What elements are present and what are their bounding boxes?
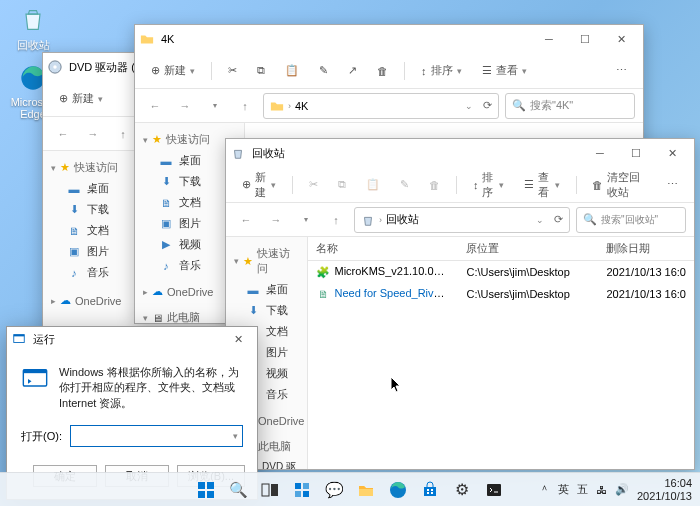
delete-button[interactable]: 🗑 [369,61,396,81]
cut-button[interactable]: ✂ [220,60,245,81]
volume-icon[interactable]: 🔊 [615,483,629,496]
search-button[interactable]: 🔍 [223,475,253,505]
chevron-down-icon[interactable]: ⌄ [536,215,544,225]
recycle-bin-icon [17,4,49,36]
settings-button[interactable]: ⚙ [447,475,477,505]
new-button[interactable]: ⊕新建▾ [51,87,111,110]
chevron-down-icon[interactable]: ▾ [233,431,238,441]
dialog-text: Windows 将根据你所输入的名称，为你打开相应的程序、文件夹、文档或 Int… [59,365,243,411]
terminal-button[interactable] [479,475,509,505]
svg-rect-6 [23,370,46,374]
empty-recycle-button[interactable]: 🗑清空回收站 [584,166,655,204]
refresh-icon[interactable]: ⟳ [483,99,492,112]
close-button[interactable]: ✕ [654,139,690,167]
sidebar-item-desktop[interactable]: ▬桌面 [226,279,307,300]
view-button[interactable]: ☰查看▾ [474,59,535,82]
back-button[interactable]: ← [234,208,258,232]
sort-button[interactable]: ↕排序▾ [465,166,513,204]
copy-button[interactable]: ⧉ [249,60,273,81]
pc-icon: 🖥 [152,312,163,324]
trash-icon: 🗑 [592,179,603,191]
titlebar[interactable]: 运行 ✕ [7,327,257,351]
ime-indicator[interactable]: 英 [558,482,569,497]
paste-button[interactable]: 📋 [277,60,307,81]
maximize-button[interactable]: ☐ [567,25,603,53]
svg-rect-8 [207,482,214,489]
open-input[interactable]: ▾ [70,425,243,447]
forward-button[interactable]: → [81,122,105,146]
picture-icon: ▣ [67,245,81,259]
address-input[interactable]: › 4K ⌄ ⟳ [263,93,499,119]
up-button[interactable]: ↑ [111,122,135,146]
chat-icon: 💬 [325,481,344,499]
rename-button[interactable]: ✎ [311,60,336,81]
new-button[interactable]: ⊕新建▾ [234,166,284,204]
forward-button[interactable]: → [264,208,288,232]
edge-button[interactable] [383,475,413,505]
col-name[interactable]: 名称 [308,237,458,260]
start-button[interactable] [191,475,221,505]
titlebar[interactable]: 回收站 ─ ☐ ✕ [226,139,694,167]
chevron-down-icon: ▾ [271,180,276,190]
widgets-button[interactable] [287,475,317,505]
table-row[interactable]: 🗎Need for Speed_Rivals 2021_10... C:\Use… [308,283,694,305]
chat-button[interactable]: 💬 [319,475,349,505]
up-button[interactable]: ↑ [233,94,257,118]
minimize-button[interactable]: ─ [582,139,618,167]
up-button[interactable]: ↑ [324,208,348,232]
search-input[interactable]: 🔍 搜索"4K" [505,93,635,119]
chevron-down-icon: ▾ [555,180,560,190]
toolbar: ⊕新建▾ ✂ ⧉ 📋 ✎ ↗ 🗑 ↕排序▾ ☰查看▾ ⋯ [135,53,643,89]
tray-chevron[interactable]: ＾ [539,482,550,497]
back-button[interactable]: ← [51,122,75,146]
explorer-button[interactable] [351,475,381,505]
quick-access-header[interactable]: ▾★快速访问 [226,243,307,279]
ime-mode[interactable]: 五 [577,482,588,497]
cut-button[interactable]: ✂ [301,174,326,195]
download-icon: ⬇ [159,175,173,189]
sort-button[interactable]: ↕排序▾ [413,59,470,82]
rename-button[interactable]: ✎ [392,174,417,195]
network-icon[interactable]: 🖧 [596,484,607,496]
view-button[interactable]: ☰查看▾ [516,166,567,204]
more-button[interactable]: ⋯ [659,174,686,195]
close-button[interactable]: ✕ [223,327,253,351]
more-button[interactable]: ⋯ [608,60,635,81]
titlebar[interactable]: 4K ─ ☐ ✕ [135,25,643,53]
chevron-down-icon[interactable]: ⌄ [465,101,473,111]
chevron-down-icon[interactable]: ▾ [294,208,318,232]
col-date[interactable]: 删除日期 [598,237,694,260]
forward-button[interactable]: → [173,94,197,118]
copy-button[interactable]: ⧉ [330,174,354,195]
new-button[interactable]: ⊕新建▾ [143,59,203,82]
rename-icon: ✎ [400,178,409,191]
chevron-down-icon: ▾ [190,66,195,76]
disc-icon [47,59,63,75]
folder-icon [139,31,155,47]
minimize-button[interactable]: ─ [531,25,567,53]
taskview-button[interactable] [255,475,285,505]
star-icon: ★ [152,133,162,146]
share-button[interactable]: ↗ [340,60,365,81]
maximize-button[interactable]: ☐ [618,139,654,167]
paste-button[interactable]: 📋 [358,174,388,195]
desktop-recycle-bin[interactable]: 回收站 [8,4,58,53]
back-button[interactable]: ← [143,94,167,118]
window-title: 回收站 [252,146,582,161]
clock[interactable]: 16:04 2021/10/13 [637,477,692,501]
table-row[interactable]: 🧩MicroKMS_v21.10.08_Beta C:\Users\jim\De… [308,261,694,283]
document-icon: 🗎 [67,224,81,238]
search-input[interactable]: 🔍 搜索"回收站" [576,207,686,233]
delete-button[interactable]: 🗑 [421,175,448,195]
star-icon: ★ [60,161,70,174]
close-button[interactable]: ✕ [603,25,639,53]
svg-rect-18 [487,484,501,496]
sidebar-item-downloads[interactable]: ⬇下载 [226,300,307,321]
refresh-icon[interactable]: ⟳ [554,213,563,226]
address-input[interactable]: › 回收站 ⌄ ⟳ [354,207,570,233]
store-button[interactable] [415,475,445,505]
chevron-down-icon[interactable]: ▾ [203,94,227,118]
open-label: 打开(O): [21,429,62,444]
cursor-icon [390,376,402,394]
col-orig[interactable]: 原位置 [458,237,598,260]
